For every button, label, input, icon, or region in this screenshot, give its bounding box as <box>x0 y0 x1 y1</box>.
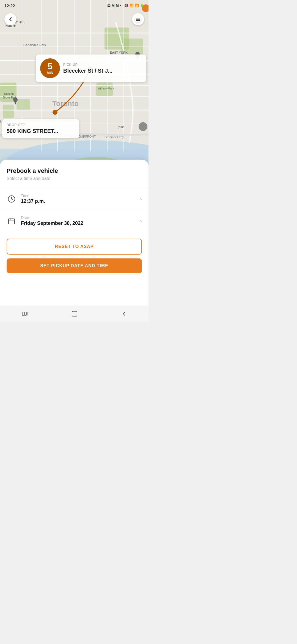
mail-icon-1: M <box>112 4 115 8</box>
svg-line-56 <box>12 199 13 200</box>
date-content: Date Friday September 30, 2022 <box>21 215 136 226</box>
date-value: Friday September 30, 2022 <box>21 220 136 226</box>
home-icon[interactable] <box>71 310 78 317</box>
battery-icon: 🔋 <box>140 4 144 7</box>
time-value: 12:37 p.m. <box>21 198 136 204</box>
eta-unit: MIN <box>47 71 53 75</box>
time-row[interactable]: Time 12:37 p.m. › <box>7 188 142 210</box>
menu-button[interactable] <box>132 13 144 25</box>
sheet-title: Prebook a vehicle <box>7 167 142 174</box>
svg-rect-61 <box>22 312 24 315</box>
photo-icon: 🖼 <box>107 4 111 7</box>
time-icon <box>7 194 16 204</box>
svg-rect-64 <box>72 311 77 316</box>
svg-point-46 <box>53 110 57 115</box>
map-section: FOREST HILL NORTH Cedarvale Park EAST YO… <box>0 0 148 171</box>
svg-rect-57 <box>9 219 15 224</box>
wifi-icon: 📶 <box>130 4 134 7</box>
svg-rect-63 <box>27 312 27 315</box>
sheet-subtitle: Select a time and date <box>7 176 142 181</box>
top-nav <box>0 13 148 25</box>
status-time: 12:22 <box>4 3 15 8</box>
reset-asap-button[interactable]: RESET TO ASAP <box>7 239 142 255</box>
time-label: Time <box>21 193 136 198</box>
status-icons: 🖼 M M • 🔇 📶 📶 🔋 <box>107 4 144 8</box>
recent-apps-icon[interactable] <box>21 310 28 317</box>
dot-icon: • <box>120 4 121 7</box>
eta-number: 5 <box>48 62 53 71</box>
svg-rect-7 <box>16 99 30 110</box>
status-bar: 12:22 🖼 M M • 🔇 📶 📶 🔋 <box>0 0 148 11</box>
mail-icon-2: M <box>116 4 119 8</box>
svg-text:EAST YORK: EAST YORK <box>110 51 128 54</box>
svg-text:yline: yline <box>118 125 125 129</box>
mute-icon: 🔇 <box>124 4 128 7</box>
svg-point-40 <box>13 97 18 102</box>
svg-rect-62 <box>24 312 26 315</box>
svg-text:Withrow Park: Withrow Park <box>98 87 114 90</box>
dropoff-label: DROP-OFF <box>7 123 75 127</box>
set-pickup-button[interactable]: SET PICKUP DATE AND TIME <box>7 258 142 273</box>
svg-text:Dufferin: Dufferin <box>4 92 14 95</box>
pickup-address: Bleecker St / St J... <box>63 68 142 74</box>
bottom-sheet: Prebook a vehicle Select a time and date… <box>0 160 148 322</box>
date-row[interactable]: Date Friday September 30, 2022 › <box>7 210 142 232</box>
date-chevron-icon: › <box>140 218 142 224</box>
time-content: Time 12:37 p.m. <box>21 193 136 204</box>
pickup-label: PICK-UP <box>63 63 142 67</box>
time-chevron-icon: › <box>140 196 142 202</box>
dropoff-address: 500 KING STREET... <box>7 128 75 134</box>
back-nav-icon[interactable] <box>121 311 127 317</box>
app-container: FOREST HILL NORTH Cedarvale Park EAST YO… <box>0 0 148 322</box>
svg-point-44 <box>141 124 145 129</box>
bottom-nav <box>0 305 148 322</box>
svg-rect-6 <box>3 105 14 118</box>
dropoff-card: DROP-OFF 500 KING STREET... <box>2 119 79 138</box>
svg-text:Gardiner Expy: Gardiner Expy <box>105 135 124 139</box>
pickup-card: 5 MIN PICK-UP Bleecker St / St J... <box>36 54 146 82</box>
calendar-icon <box>7 216 16 226</box>
eta-circle: 5 MIN <box>40 58 60 78</box>
signal-icon: 📶 <box>135 4 139 7</box>
back-button[interactable] <box>4 13 16 25</box>
pickup-info: PICK-UP Bleecker St / St J... <box>63 63 142 74</box>
svg-text:Cedarvale Park: Cedarvale Park <box>23 43 46 47</box>
date-label: Date <box>21 215 136 220</box>
